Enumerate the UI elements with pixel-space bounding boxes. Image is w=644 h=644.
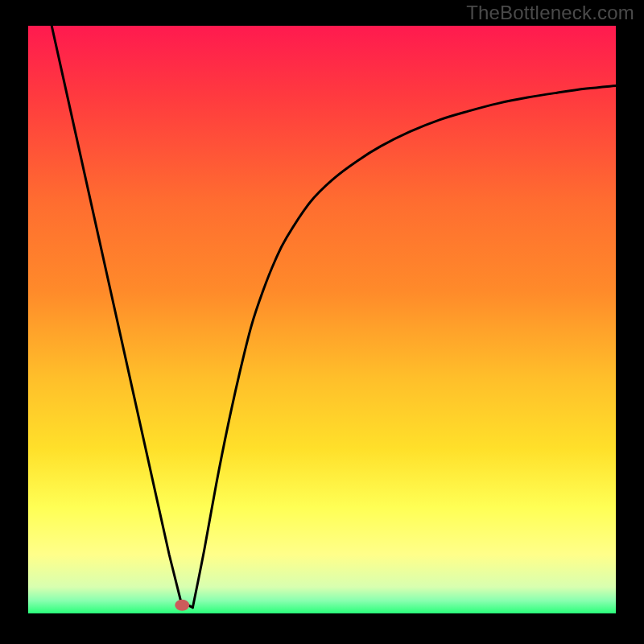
chart-frame: TheBottleneck.com <box>0 0 644 644</box>
plot-svg <box>28 26 616 613</box>
watermark-text: TheBottleneck.com <box>466 2 634 24</box>
min-marker-dot <box>175 600 189 611</box>
plot-area <box>28 26 616 613</box>
